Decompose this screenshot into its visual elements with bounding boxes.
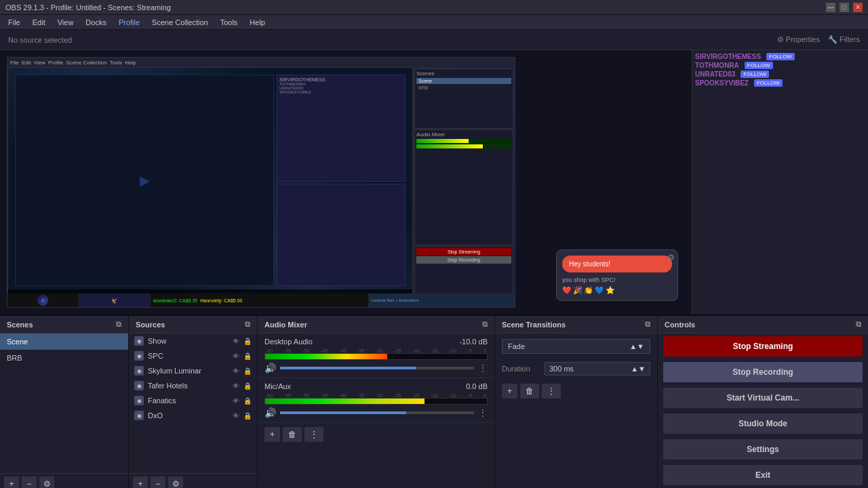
source-eye-skylum[interactable]: 👁: [233, 367, 239, 375]
follow-badge-2: FOLLOW: [745, 62, 773, 69]
menu-tools[interactable]: Tools: [215, 17, 243, 28]
stop-recording-button[interactable]: Stop Recording: [663, 362, 863, 382]
mic-scale-35: -35: [357, 393, 364, 398]
source-eye-fanatics[interactable]: 👁: [233, 397, 239, 405]
stop-streaming-button[interactable]: Stop Streaming: [663, 336, 863, 357]
scenes-panel-header: Scenes ⧉: [0, 316, 128, 333]
source-item-skylum[interactable]: ◉ Skylum Luminar 👁 🔒: [129, 363, 257, 378]
menu-profile[interactable]: Profile: [113, 17, 145, 28]
nested-thumb-4: Luminar Neo + Extensions: [369, 293, 515, 307]
source-item-spc[interactable]: ◉ SPC 👁 🔒: [129, 348, 257, 363]
transition-menu-button[interactable]: ⋮: [542, 384, 561, 399]
scale-40: -40: [339, 348, 346, 353]
sources-expand-icon[interactable]: ⧉: [245, 320, 250, 329]
properties-button[interactable]: ⚙ Properties: [777, 35, 820, 44]
window-controls: — □ ✕: [826, 3, 863, 12]
mic-scale-50: -50: [302, 393, 309, 398]
audio-menu-desktop[interactable]: ⋮: [478, 363, 488, 373]
source-lock-fanatics[interactable]: 🔒: [243, 397, 252, 405]
emoji-party: 🎉: [573, 286, 583, 295]
scale-55: -55: [284, 348, 291, 353]
source-lock-skylum[interactable]: 🔒: [243, 367, 252, 375]
settings-button[interactable]: Settings: [663, 439, 863, 460]
duration-spinner: ▲▼: [631, 365, 646, 373]
source-bar: No source selected ⚙ Properties 🔧 Filter…: [0, 30, 868, 50]
scene-item-brb[interactable]: BRB: [0, 350, 128, 366]
start-virtual-cam-button[interactable]: Start Virtual Cam...: [663, 388, 863, 408]
source-eye-spc[interactable]: 👁: [233, 352, 239, 360]
scenes-settings-button[interactable]: ⚙: [39, 476, 54, 488]
volume-slider-mic[interactable]: [280, 411, 474, 414]
chat-username-4: SPOOKSYVIBEZ: [695, 79, 749, 87]
exit-button[interactable]: Exit: [663, 465, 863, 485]
menu-scene-collection[interactable]: Scene Collection: [146, 17, 214, 28]
mute-button-mic[interactable]: 🔊: [264, 407, 276, 418]
audio-mixer-expand-icon[interactable]: ⧉: [482, 320, 488, 329]
transition-add-row: + 🗑 ⋮: [495, 381, 657, 401]
scenes-expand-icon[interactable]: ⧉: [116, 320, 121, 329]
maximize-button[interactable]: □: [840, 3, 849, 12]
scale-50: -50: [302, 348, 309, 353]
audio-mixer-icons: ⧉: [482, 320, 488, 329]
mic-scale-20: -20: [413, 393, 420, 398]
scale-60: -60: [266, 348, 273, 353]
source-name-skylum: Skylum Luminar: [148, 367, 201, 375]
controls-expand-icon[interactable]: ⧉: [856, 320, 861, 329]
transition-remove-button[interactable]: 🗑: [520, 384, 539, 399]
menu-bar: File Edit View Docks Profile Scene Colle…: [0, 15, 868, 30]
source-name-show: Show: [148, 337, 167, 345]
source-eye-show[interactable]: 👁: [233, 338, 239, 345]
source-eye-tafer[interactable]: 👁: [233, 382, 239, 390]
audio-add-button[interactable]: +: [264, 427, 280, 442]
mic-scale-30: -30: [376, 393, 382, 398]
chat-username-3: UNRATED83: [695, 70, 735, 78]
mic-scale-15: -15: [431, 393, 438, 398]
mute-button-desktop[interactable]: 🔊: [264, 363, 276, 373]
source-icon-show: ◉: [134, 336, 144, 346]
window-title: OBS 29.1.3 - Profile: Untitled - Scenes:…: [5, 3, 171, 12]
source-item-fanatics[interactable]: ◉ Fanatics 👁 🔒: [129, 393, 257, 408]
source-item-tafer[interactable]: ◉ Tafer Hotels 👁 🔒: [129, 378, 257, 393]
audio-settings-button[interactable]: ⋮: [304, 427, 323, 442]
studio-mode-button[interactable]: Studio Mode: [663, 413, 863, 434]
menu-view[interactable]: View: [52, 17, 79, 28]
follow-badge-1: FOLLOW: [766, 53, 795, 60]
volume-slider-desktop[interactable]: [280, 367, 474, 369]
notification-gear-icon[interactable]: ⚙: [667, 253, 675, 262]
source-lock-dxo[interactable]: 🔒: [243, 412, 252, 420]
nested-thumb-row: O 🦅 dowdrake2: CA$8.35 Hannxiety: CA$5.0…: [7, 293, 515, 307]
scenes-add-button[interactable]: +: [4, 476, 19, 488]
audio-menu-mic[interactable]: ⋮: [478, 407, 488, 418]
scenes-remove-button[interactable]: −: [22, 476, 37, 488]
audio-track-mic: Mic/Aux 0.0 dB -60 -55 -50 -45 -40 -35 -…: [258, 378, 494, 423]
sources-add-button[interactable]: +: [133, 476, 148, 488]
minimize-button[interactable]: —: [826, 3, 835, 12]
emoji-clap: 👏: [584, 286, 593, 295]
sources-remove-button[interactable]: −: [151, 476, 165, 488]
audio-remove-button[interactable]: 🗑: [283, 427, 302, 442]
audio-meter-fill-desktop: [265, 354, 387, 359]
transition-add-button[interactable]: +: [502, 384, 517, 399]
filters-button[interactable]: 🔧 Filters: [828, 35, 860, 44]
duration-input[interactable]: 300 ms ▲▼: [545, 362, 650, 375]
transition-type-select[interactable]: Fade ▲▼: [502, 339, 650, 354]
source-lock-show[interactable]: 🔒: [243, 338, 252, 345]
menu-help[interactable]: Help: [244, 17, 271, 28]
nested-thumb-1: O: [7, 293, 79, 307]
transitions-expand-icon[interactable]: ⧉: [645, 320, 650, 329]
source-eye-dxo[interactable]: 👁: [233, 412, 239, 420]
chat-message-1: SIRVIRGOTHEMESS FOLLOW: [695, 53, 865, 60]
emoji-heart: ❤️: [562, 286, 572, 295]
source-item-show[interactable]: ◉ Show 👁 🔒: [129, 333, 257, 348]
sources-settings-button[interactable]: ⚙: [168, 476, 183, 488]
close-button[interactable]: ✕: [853, 3, 863, 12]
scene-item-scene-label: Scene: [7, 338, 28, 346]
menu-docks[interactable]: Docks: [80, 17, 112, 28]
source-lock-tafer[interactable]: 🔒: [243, 382, 252, 390]
menu-edit[interactable]: Edit: [27, 17, 51, 28]
chat-message-4: SPOOKSYVIBEZ FOLLOW: [695, 79, 865, 87]
source-item-dxo[interactable]: ◉ DxO 👁 🔒: [129, 408, 257, 423]
scene-item-scene[interactable]: Scene: [0, 333, 128, 350]
menu-file[interactable]: File: [3, 17, 26, 28]
source-lock-spc[interactable]: 🔒: [243, 352, 252, 360]
